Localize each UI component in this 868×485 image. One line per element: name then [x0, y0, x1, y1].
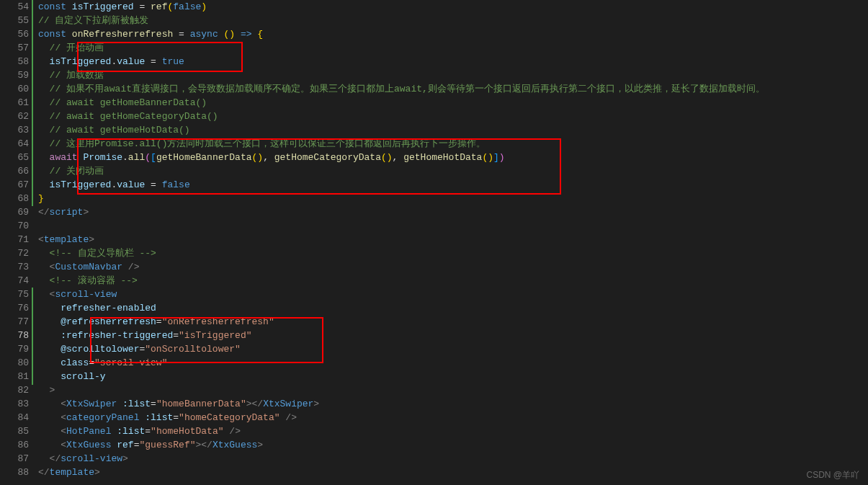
token-attr: class — [61, 357, 89, 368]
line-number: 70 — [0, 219, 29, 233]
line-number: 56 — [0, 27, 29, 41]
code-line[interactable]: @scrolltolower="onScrolltolower" — [38, 342, 868, 356]
line-number: 65 — [0, 151, 29, 164]
code-line[interactable]: // 这里用Promise.all()方法同时加载三个接口，这样可以保证三个接口… — [38, 137, 868, 151]
token-punc: = — [134, 1, 151, 12]
code-line[interactable]: <categoryPanel :list="homeCategoryData" … — [38, 411, 868, 424]
token-tag: scroll-view — [61, 453, 122, 464]
token-punc: = — [173, 330, 179, 341]
code-line[interactable]: // await getHomeBannerData() — [38, 96, 868, 110]
token-str: "scroll-view" — [94, 357, 167, 368]
code-line[interactable]: </scroll-view> — [38, 452, 868, 466]
token-punc-br: < — [38, 234, 44, 245]
code-line[interactable]: await Promise.all([getHomeBannerData(), … — [38, 151, 868, 164]
token-br-yellow: () — [482, 152, 493, 163]
token-com: // await getHomeHotData() — [50, 125, 190, 135]
line-number: 57 — [0, 41, 29, 55]
code-line[interactable]: // await getHomeHotData() — [38, 123, 868, 137]
token-fn: onRefresherrefresh — [72, 29, 173, 40]
token-kw: const — [38, 29, 66, 40]
code-line[interactable]: <CustomNavbar /> — [38, 260, 868, 274]
line-number: 59 — [0, 68, 29, 82]
code-line[interactable]: <!-- 滚动容器 --> — [38, 274, 868, 288]
code-line[interactable]: const onRefresherrefresh = async () => { — [38, 27, 868, 41]
token-var: isTriggered — [50, 56, 112, 67]
token-br-yellow: () — [252, 152, 264, 163]
token-fn: getHomeCategoryData — [274, 152, 381, 163]
code-line[interactable]: </script> — [38, 205, 868, 219]
code-line[interactable]: // 如果不用await直接调接口，会导致数据加载顺序不确定。如果三个接口都加上… — [38, 82, 868, 96]
token-kw: true — [162, 56, 184, 67]
line-number: 81 — [0, 370, 29, 383]
token-punc: = — [145, 426, 151, 437]
token-com: // 关闭动画 — [50, 166, 104, 177]
code-line[interactable]: // 自定义下拉刷新被触发 — [38, 14, 868, 27]
code-line[interactable]: > — [38, 383, 868, 397]
token-punc: = — [145, 179, 161, 190]
token-punc-br: ></ — [196, 440, 212, 450]
code-line[interactable] — [38, 219, 868, 233]
line-number: 68 — [0, 192, 29, 205]
line-number: 79 — [0, 342, 29, 356]
code-line[interactable]: <HotPanel :list="homeHotData" /> — [38, 424, 868, 438]
code-line[interactable]: <XtxGuess ref="guessRef"></XtxGuess> — [38, 438, 868, 452]
token-fn: ref — [151, 1, 167, 12]
code-line[interactable]: // 关闭动画 — [38, 164, 868, 178]
token-punc-br: /> — [229, 426, 241, 437]
code-line[interactable]: // 开始动画 — [38, 41, 868, 55]
code-line[interactable]: <!-- 自定义导航栏 --> — [38, 246, 868, 260]
token-attr: :list — [117, 426, 145, 437]
token-punc: = — [151, 399, 156, 409]
token-br-purple: ( — [145, 152, 151, 163]
code-line[interactable]: <template> — [38, 233, 868, 246]
token-br-blue: ] — [493, 152, 499, 163]
line-number: 86 — [0, 438, 29, 452]
token-tag: HotPanel — [66, 426, 111, 437]
code-line[interactable]: </template> — [38, 466, 868, 479]
token-tag: XtxGuess — [212, 440, 257, 450]
line-number: 88 — [0, 466, 29, 479]
line-number: 62 — [0, 110, 29, 123]
token-attr: ref — [117, 440, 133, 450]
token-str: "homeHotData" — [151, 426, 223, 437]
code-line[interactable]: class="scroll-view" — [38, 356, 868, 370]
token-var: value — [117, 56, 145, 67]
code-line[interactable]: <XtxSwiper :list="homeBannerData"></XtxS… — [38, 397, 868, 411]
line-number: 66 — [0, 164, 29, 178]
line-number: 71 — [0, 233, 29, 246]
line-number: 60 — [0, 82, 29, 96]
token-punc-br: > — [50, 385, 55, 396]
code-line[interactable]: @refresherrefresh="onRefresherrefresh" — [38, 315, 868, 329]
code-line[interactable]: isTriggered.value = false — [38, 178, 868, 192]
line-number: 77 — [0, 315, 29, 329]
token-com: // 自定义下拉刷新被触发 — [38, 15, 148, 26]
token-tag: XtxSwiper — [66, 399, 117, 409]
token-punc-br: ></ — [246, 399, 263, 409]
code-editor[interactable]: 5455565758596061626364656667686970717273… — [0, 0, 868, 485]
code-line[interactable]: isTriggered.value = true — [38, 55, 868, 68]
code-line[interactable]: // 加载数据 — [38, 68, 868, 82]
token-tag: script — [50, 207, 84, 218]
token-tag: CustomNavbar — [55, 262, 122, 272]
code-line[interactable]: scroll-y — [38, 370, 868, 383]
token-punc: , — [263, 152, 274, 163]
code-line[interactable]: refresher-enabled — [38, 301, 868, 315]
token-ctrl: await — [50, 152, 78, 163]
code-line[interactable]: :refresher-triggered="isTriggered" — [38, 329, 868, 342]
token-str: "onScrolltolower" — [145, 344, 241, 355]
token-br-yellow: ) — [201, 1, 207, 12]
token-tag: template — [50, 467, 94, 478]
token-br-yellow: () — [381, 152, 393, 163]
code-line[interactable]: const isTriggered = ref(false) — [38, 0, 868, 14]
token-tag: scroll-view — [55, 289, 117, 300]
code-line[interactable]: <scroll-view — [38, 288, 868, 301]
token-punc: . — [122, 152, 128, 163]
code-line[interactable]: // await getHomeCategoryData() — [38, 110, 868, 123]
token-attr: scroll-y — [61, 371, 105, 382]
token-punc — [66, 29, 72, 40]
code-line[interactable]: } — [38, 192, 868, 205]
token-tag: XtxGuess — [66, 440, 111, 450]
code-content[interactable]: const isTriggered = ref(false)// 自定义下拉刷新… — [34, 0, 868, 485]
token-kw: => — [241, 29, 252, 40]
token-var: Promise — [83, 152, 122, 163]
